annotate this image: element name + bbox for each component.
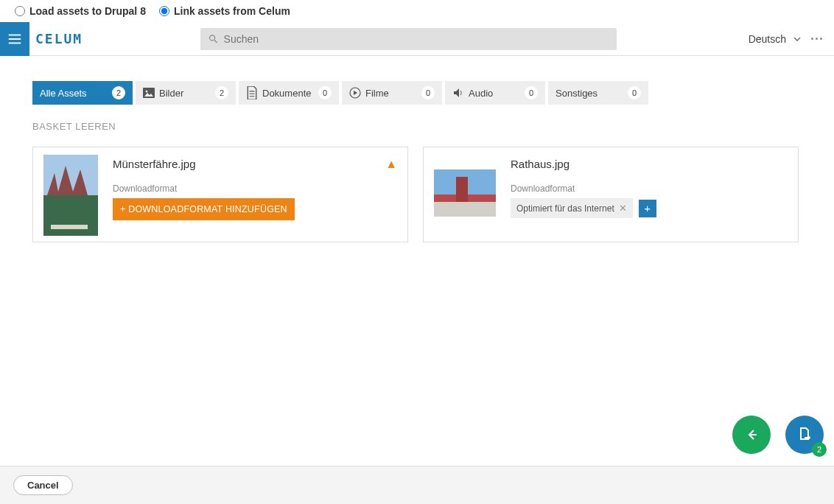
svg-rect-2 bbox=[9, 42, 21, 43]
add-format-button[interactable]: + bbox=[639, 200, 656, 217]
svg-rect-7 bbox=[43, 195, 98, 236]
basket-clear-link[interactable]: BASKET LEEREN bbox=[32, 121, 805, 132]
search-field[interactable] bbox=[200, 28, 617, 50]
option-load-label: Load assets to Drupal 8 bbox=[29, 5, 146, 17]
tab-count: 0 bbox=[628, 86, 641, 99]
tab-count: 0 bbox=[318, 86, 332, 99]
format-chip-label: Optimiert für das Internet bbox=[516, 203, 614, 214]
radio-load[interactable] bbox=[15, 6, 25, 16]
tab-label: Filme bbox=[365, 88, 389, 99]
format-label: Downloadformat bbox=[511, 183, 788, 194]
asset-title: Rathaus.jpg bbox=[511, 158, 788, 170]
export-count-badge: 2 bbox=[812, 442, 827, 457]
radio-link[interactable] bbox=[159, 6, 169, 16]
add-download-format-button[interactable]: + DOWNLOADFORMAT HINZUFÜGEN bbox=[113, 198, 295, 220]
hamburger-icon bbox=[7, 31, 23, 47]
chevron-down-icon bbox=[793, 35, 801, 43]
svg-rect-0 bbox=[9, 34, 21, 35]
svg-point-4 bbox=[146, 91, 148, 93]
asset-card: Münsterfähre.jpg Downloadformat + DOWNLO… bbox=[32, 147, 408, 242]
tab-audio[interactable]: Audio 0 bbox=[445, 81, 545, 105]
asset-card: Rathaus.jpg Downloadformat Optimiert für… bbox=[423, 147, 799, 242]
svg-rect-12 bbox=[434, 202, 496, 217]
tab-count: 0 bbox=[421, 86, 435, 99]
svg-rect-8 bbox=[51, 225, 88, 229]
asset-thumbnail bbox=[43, 155, 98, 236]
tab-label: Alle Assets bbox=[40, 88, 87, 99]
asset-thumbnail bbox=[434, 169, 496, 217]
cancel-button[interactable]: Cancel bbox=[13, 475, 73, 495]
footer-bar: Cancel bbox=[0, 466, 834, 504]
tab-label: Sonstiges bbox=[556, 88, 598, 99]
warning-icon: ▲ bbox=[385, 158, 397, 171]
remove-chip-icon[interactable]: ✕ bbox=[619, 203, 627, 214]
option-load-assets[interactable]: Load assets to Drupal 8 bbox=[15, 5, 146, 17]
asset-tabs: Alle Assets 2 Bilder 2 Dokumente 0 Filme… bbox=[32, 81, 805, 105]
document-icon bbox=[246, 88, 258, 98]
audio-icon bbox=[452, 88, 464, 98]
brand-logo: CELUM bbox=[35, 31, 83, 46]
image-icon bbox=[143, 88, 155, 98]
film-icon bbox=[349, 88, 361, 98]
format-label: Downloadformat bbox=[113, 183, 397, 194]
tab-bilder[interactable]: Bilder 2 bbox=[136, 81, 236, 105]
language-selector[interactable]: Deutsch bbox=[749, 33, 801, 45]
tab-label: Dokumente bbox=[262, 88, 311, 99]
option-link-assets[interactable]: Link assets from Celum bbox=[159, 5, 290, 17]
menu-button[interactable] bbox=[0, 22, 29, 56]
back-fab[interactable] bbox=[732, 416, 771, 454]
tab-count: 0 bbox=[525, 86, 538, 99]
asset-title: Münsterfähre.jpg bbox=[113, 158, 397, 170]
tab-label: Bilder bbox=[159, 88, 183, 99]
tab-label: Audio bbox=[469, 88, 493, 99]
tab-filme[interactable]: Filme 0 bbox=[342, 81, 442, 105]
svg-rect-1 bbox=[9, 38, 21, 40]
tab-sonstiges[interactable]: Sonstiges 0 bbox=[548, 81, 648, 105]
export-fab[interactable]: 2 bbox=[785, 416, 824, 454]
more-menu[interactable] bbox=[811, 38, 822, 40]
logo-text: CELUM bbox=[35, 31, 83, 46]
arrow-left-icon bbox=[743, 426, 760, 444]
search-icon bbox=[208, 33, 219, 45]
tab-all-assets[interactable]: Alle Assets 2 bbox=[32, 81, 133, 105]
language-label: Deutsch bbox=[749, 33, 786, 45]
search-input[interactable] bbox=[224, 33, 610, 45]
tab-count: 2 bbox=[215, 86, 228, 99]
tab-count: 2 bbox=[112, 86, 125, 99]
header-bar: CELUM Deutsch bbox=[0, 22, 834, 56]
document-export-icon bbox=[796, 426, 813, 444]
option-link-label: Link assets from Celum bbox=[174, 5, 290, 17]
tab-dokumente[interactable]: Dokumente 0 bbox=[239, 81, 339, 105]
format-chip: Optimiert für das Internet ✕ bbox=[511, 198, 633, 218]
